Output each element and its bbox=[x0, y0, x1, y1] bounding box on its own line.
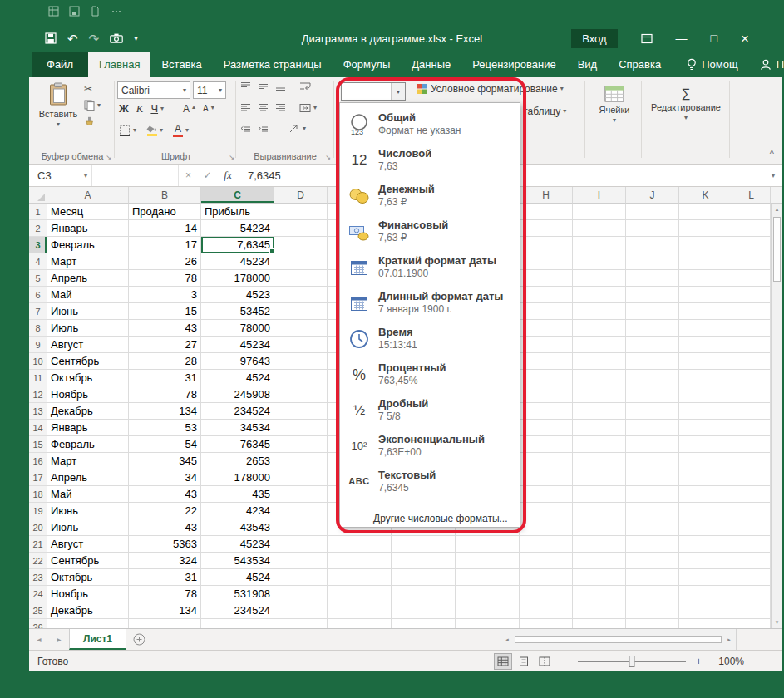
row-header-21[interactable]: 21 bbox=[29, 536, 47, 553]
help-assistant-button[interactable]: Помощ bbox=[687, 58, 737, 71]
cell-A25[interactable]: Декабрь bbox=[47, 602, 129, 619]
cell-L15[interactable] bbox=[732, 436, 771, 453]
increase-indent-button[interactable] bbox=[258, 124, 269, 134]
horizontal-scrollbar[interactable]: ◂ ▸ bbox=[500, 629, 737, 650]
cell-B16[interactable]: 345 bbox=[129, 453, 201, 469]
cell-D13[interactable] bbox=[274, 403, 328, 420]
cell-I4[interactable] bbox=[573, 253, 626, 270]
cell-L17[interactable] bbox=[732, 469, 771, 486]
cell-B6[interactable]: 3 bbox=[129, 287, 201, 303]
more-number-formats[interactable]: Другие числовые форматы... bbox=[340, 509, 520, 528]
cell-H5[interactable] bbox=[520, 270, 573, 287]
cell-D4[interactable] bbox=[274, 253, 328, 270]
name-box[interactable]: C3 ▾ bbox=[29, 165, 92, 186]
save-icon[interactable] bbox=[45, 32, 57, 44]
cell-D7[interactable] bbox=[274, 303, 328, 320]
row-header-16[interactable]: 16 bbox=[29, 453, 47, 469]
cell-B9[interactable]: 27 bbox=[129, 337, 201, 353]
cell-D15[interactable] bbox=[274, 436, 328, 453]
increase-font-button[interactable]: А▴ bbox=[183, 104, 195, 114]
column-header-J[interactable]: J bbox=[626, 187, 679, 204]
cell-H7[interactable] bbox=[520, 303, 573, 320]
formula-bar-splitter[interactable] bbox=[92, 165, 179, 186]
cell-L21[interactable] bbox=[732, 536, 771, 553]
cell-K15[interactable] bbox=[679, 436, 732, 453]
cell-D10[interactable] bbox=[274, 353, 328, 370]
cell-D12[interactable] bbox=[274, 386, 328, 403]
align-left-icon[interactable] bbox=[240, 103, 251, 113]
cell-B17[interactable]: 34 bbox=[129, 469, 201, 486]
format-option-time[interactable]: Время15:13:41 bbox=[340, 321, 520, 356]
prev-sheet-icon[interactable]: ◂ bbox=[29, 629, 49, 650]
cell-C2[interactable]: 54234 bbox=[201, 220, 274, 237]
format-option-long-date[interactable]: Длинный формат даты7 января 1900 г. bbox=[340, 285, 520, 321]
cell-B3[interactable]: 17 bbox=[129, 237, 201, 253]
cell-D21[interactable] bbox=[274, 536, 328, 553]
row-header-7[interactable]: 7 bbox=[29, 303, 47, 320]
cell-F22[interactable] bbox=[392, 553, 456, 569]
cell-J7[interactable] bbox=[626, 303, 679, 320]
row-header-10[interactable]: 10 bbox=[29, 353, 47, 370]
row-header-2[interactable]: 2 bbox=[29, 220, 47, 237]
cell-A20[interactable]: Июль bbox=[47, 519, 129, 536]
scroll-right-icon[interactable]: ▸ bbox=[722, 637, 736, 643]
cell-I12[interactable] bbox=[573, 386, 626, 403]
cell-D11[interactable] bbox=[274, 370, 328, 386]
paste-button[interactable]: Вставить ▾ bbox=[39, 82, 77, 128]
cell-I16[interactable] bbox=[573, 453, 626, 469]
cell-K22[interactable] bbox=[679, 553, 732, 569]
cell-D6[interactable] bbox=[274, 287, 328, 303]
format-option-general[interactable]: 123 ОбщийФормат не указан bbox=[340, 106, 520, 142]
cell-I22[interactable] bbox=[573, 553, 626, 569]
cell-I19[interactable] bbox=[573, 503, 626, 519]
row-header-13[interactable]: 13 bbox=[29, 403, 47, 420]
row-header-23[interactable]: 23 bbox=[29, 569, 47, 586]
cell-A2[interactable]: Январь bbox=[47, 220, 129, 237]
cell-I7[interactable] bbox=[573, 303, 626, 320]
format-option-scientific[interactable]: 10² Экспоненциальный7,63E+00 bbox=[340, 428, 520, 464]
qat-customize-icon[interactable]: ▾ bbox=[134, 35, 138, 42]
row-header-1[interactable]: 1 bbox=[29, 204, 47, 220]
cell-D18[interactable] bbox=[274, 486, 328, 503]
format-option-percentage[interactable]: % Процентный763,45% bbox=[340, 356, 520, 392]
cell-G25[interactable] bbox=[456, 602, 520, 619]
cell-J6[interactable] bbox=[626, 287, 679, 303]
insert-function-icon[interactable]: fx bbox=[217, 165, 239, 186]
horizontal-scroll-thumb[interactable] bbox=[515, 636, 722, 643]
number-format-caret-icon[interactable]: ▾ bbox=[391, 83, 405, 100]
cell-G23[interactable] bbox=[456, 569, 520, 586]
sign-in-button[interactable]: Вход bbox=[571, 29, 617, 48]
cell-C21[interactable]: 45234 bbox=[201, 536, 274, 553]
cell-H22[interactable] bbox=[520, 553, 573, 569]
cell-I23[interactable] bbox=[573, 569, 626, 586]
cell-L23[interactable] bbox=[732, 569, 771, 586]
cell-K21[interactable] bbox=[679, 536, 732, 553]
cell-I14[interactable] bbox=[573, 420, 626, 436]
cell-C4[interactable]: 45234 bbox=[201, 253, 274, 270]
decrease-font-button[interactable]: А▾ bbox=[203, 105, 214, 113]
cell-J26[interactable] bbox=[626, 619, 679, 628]
cell-H14[interactable] bbox=[520, 420, 573, 436]
cell-D14[interactable] bbox=[274, 420, 328, 436]
cell-D16[interactable] bbox=[274, 453, 328, 469]
cell-H6[interactable] bbox=[520, 287, 573, 303]
cell-L5[interactable] bbox=[732, 270, 771, 287]
cell-F21[interactable] bbox=[392, 536, 456, 553]
cell-H8[interactable] bbox=[520, 320, 573, 337]
cell-B7[interactable]: 15 bbox=[129, 303, 201, 320]
cell-L7[interactable] bbox=[732, 303, 771, 320]
cell-C1[interactable]: Прибыль bbox=[201, 204, 274, 220]
minimize-button[interactable]: — bbox=[676, 32, 688, 44]
cell-G21[interactable] bbox=[456, 536, 520, 553]
cell-K16[interactable] bbox=[679, 453, 732, 469]
format-option-fraction[interactable]: ½ Дробный7 5/8 bbox=[340, 392, 520, 428]
cell-J16[interactable] bbox=[626, 453, 679, 469]
cell-K5[interactable] bbox=[679, 270, 732, 287]
cell-A15[interactable]: Февраль bbox=[47, 436, 129, 453]
row-header-18[interactable]: 18 bbox=[29, 486, 47, 503]
cell-I18[interactable] bbox=[573, 486, 626, 503]
format-option-short-date[interactable]: Краткий формат даты07.01.1900 bbox=[340, 249, 520, 285]
cell-K17[interactable] bbox=[679, 469, 732, 486]
cut-button[interactable]: ✂ bbox=[84, 84, 101, 94]
conditional-formatting-button[interactable]: Условное форматирование ▾ bbox=[416, 83, 564, 95]
